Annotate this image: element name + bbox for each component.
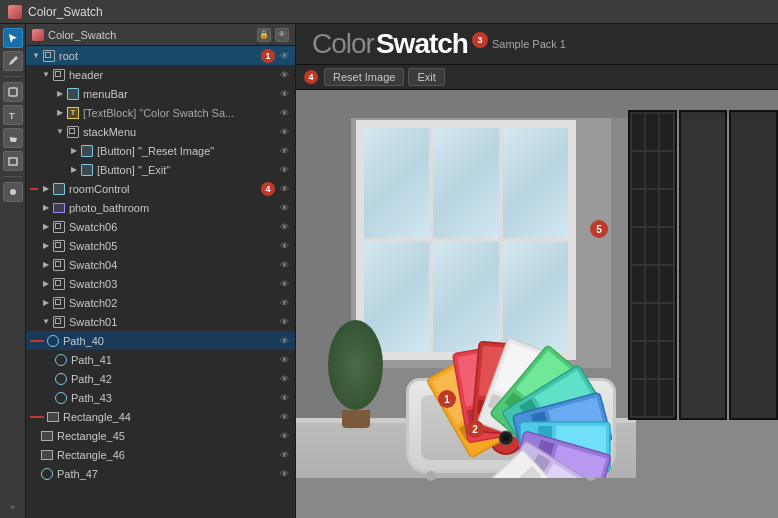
eye-stackmenu[interactable]: 👁 [277, 125, 291, 139]
tree-item-rect44[interactable]: Rectangle_44 👁 [26, 407, 295, 426]
eye-menubar[interactable]: 👁 [277, 87, 291, 101]
tree-item-stackmenu[interactable]: ▼ stackMenu 👁 [26, 122, 295, 141]
icon-btn-exit [80, 163, 94, 177]
tree-item-path42[interactable]: Path_42 👁 [26, 369, 295, 388]
rect-tool[interactable] [3, 151, 23, 171]
expand-btn-exit[interactable]: ▶ [68, 164, 80, 176]
eye-root[interactable]: 👁 [277, 49, 291, 63]
eye-path40[interactable]: 👁 [277, 334, 291, 348]
label-swatch02: Swatch02 [69, 297, 277, 309]
tree-item-path40[interactable]: Path_40 👁 [26, 331, 295, 350]
expand-toolbar[interactable]: » [3, 500, 23, 514]
reset-image-button[interactable]: Reset Image [324, 68, 404, 86]
tree-item-header[interactable]: ▼ header 👁 [26, 65, 295, 84]
icon-path42 [54, 372, 68, 386]
transform-tool[interactable] [3, 182, 23, 202]
select-tool[interactable] [3, 82, 23, 102]
divider-panel-3 [729, 110, 778, 420]
tree-item-roomcontrol[interactable]: ▶ roomControl 4 👁 [26, 179, 295, 198]
lock-button[interactable]: 🔒 [257, 28, 271, 42]
visualization-area: ROOM VISUALIZATION [296, 90, 778, 518]
expand-swatch03[interactable]: ▶ [40, 278, 52, 290]
eye-path41[interactable]: 👁 [277, 353, 291, 367]
eye-rect44[interactable]: 👁 [277, 410, 291, 424]
eye-photo[interactable]: 👁 [277, 201, 291, 215]
eye-swatch03[interactable]: 👁 [277, 277, 291, 291]
tree-item-swatch01[interactable]: ▼ Swatch01 👁 [26, 312, 295, 331]
eye-path43[interactable]: 👁 [277, 391, 291, 405]
cursor-tool[interactable] [3, 28, 23, 48]
eye-swatch02[interactable]: 👁 [277, 296, 291, 310]
eye-textblock[interactable]: 👁 [277, 106, 291, 120]
tree-item-swatch02[interactable]: ▶ Swatch02 👁 [26, 293, 295, 312]
eye-rect45[interactable]: 👁 [277, 429, 291, 443]
eye-header[interactable]: 👁 [277, 68, 291, 82]
expand-swatch04[interactable]: ▶ [40, 259, 52, 271]
layers-header-icon [32, 29, 44, 41]
icon-swatch04 [52, 258, 66, 272]
eye-button[interactable]: 👁 [275, 28, 289, 42]
tree-item-menubar[interactable]: ▶ menuBar 👁 [26, 84, 295, 103]
dc-14 [646, 266, 658, 302]
tree-item-btn-reset[interactable]: ▶ [Button] "_Reset Image" 👁 [26, 141, 295, 160]
hand-tool[interactable] [3, 128, 23, 148]
dc-4 [632, 152, 644, 188]
tree-item-path47[interactable]: Path_47 👁 [26, 464, 295, 483]
icon-swatch05 [52, 239, 66, 253]
eye-btn-reset[interactable]: 👁 [277, 144, 291, 158]
eye-swatch06[interactable]: 👁 [277, 220, 291, 234]
tree-item-root[interactable]: ▼ root 1 👁 [26, 46, 295, 65]
type-tool[interactable]: T [3, 105, 23, 125]
tree-item-swatch06[interactable]: ▶ Swatch06 👁 [26, 217, 295, 236]
expand-btn-reset[interactable]: ▶ [68, 145, 80, 157]
expand-menubar[interactable]: ▶ [54, 88, 66, 100]
label-swatch03: Swatch03 [69, 278, 277, 290]
expand-header[interactable]: ▼ [40, 69, 52, 81]
tree-item-rect46[interactable]: Rectangle_46 👁 [26, 445, 295, 464]
expand-stackmenu[interactable]: ▼ [54, 126, 66, 138]
app-title-color: Color [312, 28, 374, 60]
expand-root[interactable]: ▼ [30, 50, 42, 62]
eye-swatch05[interactable]: 👁 [277, 239, 291, 253]
label-swatch05: Swatch05 [69, 240, 277, 252]
tree-item-path41[interactable]: Path_41 👁 [26, 350, 295, 369]
expand-textblock[interactable]: ▶ [54, 107, 66, 119]
label-path40: Path_40 [63, 335, 277, 347]
tree-item-textblock[interactable]: ▶ T [TextBlock] "Color Swatch Sa... 👁 [26, 103, 295, 122]
eye-swatch04[interactable]: 👁 [277, 258, 291, 272]
expand-swatch02[interactable]: ▶ [40, 297, 52, 309]
eye-roomcontrol[interactable]: 👁 [277, 182, 291, 196]
dc-21 [660, 342, 672, 378]
icon-swatch02 [52, 296, 66, 310]
eye-path42[interactable]: 👁 [277, 372, 291, 386]
dc-3 [660, 114, 672, 150]
eye-path47[interactable]: 👁 [277, 467, 291, 481]
tree-item-rect45[interactable]: Rectangle_45 👁 [26, 426, 295, 445]
tree-item-swatch04[interactable]: ▶ Swatch04 👁 [26, 255, 295, 274]
tree-item-btn-exit[interactable]: ▶ [Button] "_Exit" 👁 [26, 160, 295, 179]
tree-item-swatch03[interactable]: ▶ Swatch03 👁 [26, 274, 295, 293]
dc-7 [632, 190, 644, 226]
expand-swatch06[interactable]: ▶ [40, 221, 52, 233]
tree-item-swatch05[interactable]: ▶ Swatch05 👁 [26, 236, 295, 255]
expand-swatch05[interactable]: ▶ [40, 240, 52, 252]
pen-tool[interactable] [3, 51, 23, 71]
icon-photo [52, 201, 66, 215]
tree-item-photo[interactable]: ▶ photo_bathroom 👁 [26, 198, 295, 217]
layers-header-actions: 🔒 👁 [257, 28, 289, 42]
tree-item-path43[interactable]: Path_43 👁 [26, 388, 295, 407]
dc-23 [646, 380, 658, 416]
expand-photo[interactable]: ▶ [40, 202, 52, 214]
label-path41: Path_41 [71, 354, 277, 366]
expand-swatch01[interactable]: ▼ [40, 316, 52, 328]
toolbar-sep-2 [4, 176, 22, 177]
eye-swatch01[interactable]: 👁 [277, 315, 291, 329]
expand-roomcontrol[interactable]: ▶ [40, 183, 52, 195]
svg-point-39 [503, 435, 509, 441]
pane-2 [433, 128, 498, 238]
eye-btn-exit[interactable]: 👁 [277, 163, 291, 177]
exit-button[interactable]: Exit [408, 68, 444, 86]
eye-rect46[interactable]: 👁 [277, 448, 291, 462]
dc-18 [660, 304, 672, 340]
label-rect44: Rectangle_44 [63, 411, 277, 423]
